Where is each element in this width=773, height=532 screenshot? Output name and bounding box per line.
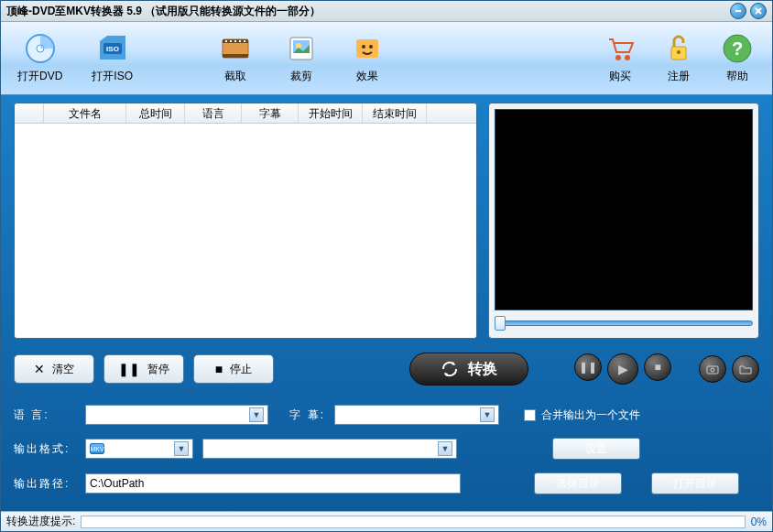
pause-button[interactable]: ❚❚暂停 (103, 354, 184, 384)
buy-label: 购买 (609, 69, 631, 84)
svg-rect-14 (244, 40, 245, 42)
open-iso-button[interactable]: ISO 打开ISO (92, 32, 133, 84)
x-icon: ✕ (34, 362, 45, 376)
out-path-label: 输出路径: (14, 476, 76, 492)
convert-button[interactable]: 转换 (409, 353, 528, 385)
col-language[interactable]: 语言 (185, 103, 242, 123)
capture-button[interactable]: 截取 (217, 32, 254, 84)
progress-percent: 0% (751, 516, 767, 528)
out-format-label: 输出格式: (14, 441, 76, 457)
effect-button[interactable]: 效果 (349, 32, 386, 84)
register-label: 注册 (668, 69, 690, 84)
svg-point-28 (711, 368, 714, 372)
window-title: 顶峰-DVD至MKV转换器 5.9 （试用版只能转换源文件的一部分） (6, 4, 730, 19)
effect-label: 效果 (356, 69, 378, 84)
media-stop-button[interactable]: ■ (644, 353, 671, 381)
svg-rect-11 (230, 40, 232, 42)
toolbar: 打开DVD ISO 打开ISO 截取 裁剪 效果 购买 注册 ? 帮助 (1, 22, 772, 95)
snapshot-button[interactable] (699, 355, 726, 383)
subtitle-select[interactable]: ▼ (334, 405, 499, 425)
out-format-select[interactable]: MKVMKV视频▼ (85, 439, 193, 459)
capture-icon (217, 32, 254, 65)
seek-slider[interactable] (495, 314, 753, 332)
chevron-down-icon: ▼ (438, 441, 452, 456)
media-play-button[interactable]: ▶ (607, 353, 638, 385)
slider-thumb[interactable] (495, 316, 506, 331)
stop-icon: ■ (215, 362, 223, 376)
register-button[interactable]: 注册 (660, 32, 697, 84)
preview-panel (488, 103, 759, 339)
open-folder-button[interactable] (732, 355, 759, 383)
video-preview[interactable] (495, 109, 753, 310)
svg-rect-9 (223, 54, 248, 58)
col-total-time[interactable]: 总时间 (126, 103, 185, 123)
open-dir-button[interactable]: 打开目录 (651, 472, 739, 494)
minimize-button[interactable] (730, 3, 746, 19)
statusbar: 转换进度提示: 0% (1, 511, 772, 531)
svg-point-19 (362, 45, 365, 49)
subtitle-label: 字 幕: (278, 407, 325, 423)
choose-dir-button[interactable]: 选择目录 (534, 472, 622, 494)
col-filename[interactable]: 文件名 (44, 103, 126, 123)
media-pause-button[interactable]: ❚❚ (574, 353, 602, 381)
capture-label: 截取 (224, 69, 246, 84)
out-path-input[interactable] (85, 473, 461, 494)
language-label: 语 言: (14, 407, 76, 423)
codec-select[interactable]: H.264+AAC 视频 (*.mkv)▼ (202, 439, 457, 459)
help-label: 帮助 (726, 69, 748, 84)
open-iso-label: 打开ISO (92, 69, 133, 84)
unlock-icon (660, 32, 697, 65)
buy-button[interactable]: 购买 (602, 32, 638, 84)
status-label: 转换进度提示: (6, 514, 75, 529)
chevron-down-icon: ▼ (174, 441, 189, 456)
svg-point-21 (615, 55, 621, 60)
svg-rect-27 (707, 366, 718, 374)
merge-checkbox[interactable]: 合并输出为一个文件 (524, 407, 640, 423)
stop-button[interactable]: ■停止 (193, 354, 274, 384)
svg-point-24 (677, 50, 680, 54)
help-button[interactable]: ? 帮助 (719, 32, 756, 84)
list-body[interactable] (15, 124, 476, 338)
file-list-panel: 文件名 总时间 语言 字幕 开始时间 结束时间 (14, 103, 477, 339)
effect-icon (349, 32, 386, 65)
iso-icon: ISO (94, 32, 131, 65)
svg-rect-10 (225, 40, 227, 42)
close-button[interactable] (750, 3, 767, 19)
pause-icon: ❚❚ (118, 362, 140, 376)
settings-button[interactable]: 设置 (552, 438, 640, 460)
svg-text:?: ? (732, 38, 743, 59)
svg-rect-13 (239, 40, 241, 42)
open-dvd-button[interactable]: 打开DVD (17, 32, 62, 84)
col-start-time[interactable]: 开始时间 (299, 103, 363, 123)
svg-point-20 (369, 45, 373, 49)
svg-point-22 (625, 55, 630, 60)
svg-text:ISO: ISO (106, 45, 119, 53)
col-checkbox[interactable] (15, 103, 44, 123)
col-subtitle[interactable]: 字幕 (242, 103, 299, 123)
dvd-icon (22, 32, 59, 65)
crop-label: 裁剪 (290, 69, 312, 84)
crop-icon (283, 32, 320, 65)
convert-icon (441, 360, 459, 378)
chevron-down-icon: ▼ (249, 407, 264, 422)
list-header: 文件名 总时间 语言 字幕 开始时间 结束时间 (15, 103, 476, 124)
progress-bar (81, 516, 745, 528)
help-icon: ? (719, 32, 756, 65)
svg-rect-12 (234, 40, 236, 42)
cart-icon (602, 32, 638, 65)
chevron-down-icon: ▼ (480, 407, 495, 422)
col-end-time[interactable]: 结束时间 (363, 103, 427, 123)
language-select[interactable]: ▼ (85, 405, 268, 425)
crop-button[interactable]: 裁剪 (283, 32, 320, 84)
titlebar: 顶峰-DVD至MKV转换器 5.9 （试用版只能转换源文件的一部分） (1, 1, 772, 22)
open-dvd-label: 打开DVD (17, 69, 62, 84)
clear-button[interactable]: ✕清空 (14, 354, 94, 384)
